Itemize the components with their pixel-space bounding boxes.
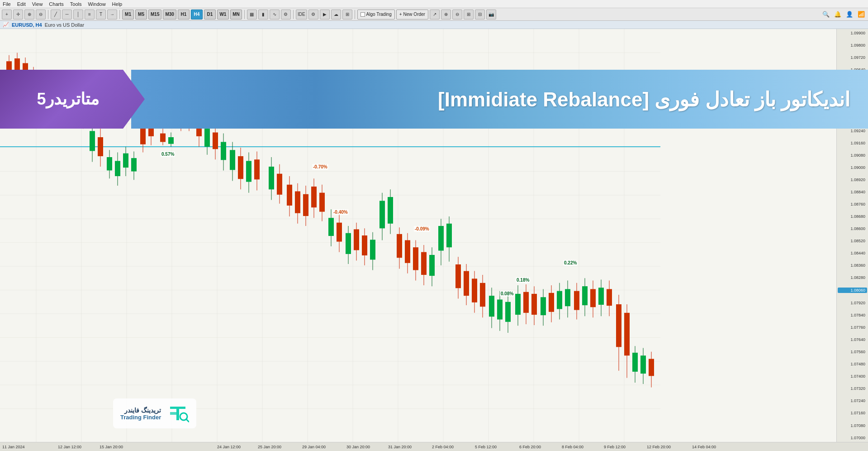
- account-icon-btn[interactable]: 👤: [844, 10, 854, 19]
- svg-rect-95: [277, 174, 282, 195]
- svg-rect-143: [480, 283, 485, 307]
- price-level-26: 1.07560: [838, 350, 867, 354]
- run-btn[interactable]: ▶: [320, 10, 330, 19]
- menu-charts[interactable]: Charts: [49, 1, 63, 7]
- tf-h4[interactable]: H4: [191, 10, 203, 19]
- price-level-28: 1.07400: [838, 374, 867, 379]
- time-label-8: 30 Jan 20:00: [346, 445, 370, 449]
- svg-rect-179: [632, 353, 638, 372]
- svg-rect-83: [221, 142, 226, 160]
- new-order-btn[interactable]: + New Order: [396, 10, 428, 19]
- svg-rect-151: [515, 294, 521, 315]
- svg-rect-125: [405, 240, 410, 263]
- chart-type-candle[interactable]: ▮: [258, 10, 268, 19]
- svg-rect-101: [303, 194, 308, 216]
- svg-rect-71: [168, 137, 174, 144]
- svg-rect-91: [254, 159, 260, 179]
- text-tool-btn[interactable]: T: [96, 10, 106, 19]
- time-label-14: 9 Feb 12:00: [604, 445, 626, 449]
- vps-btn[interactable]: ⊞: [342, 10, 352, 19]
- chart-container[interactable]: متاتریدر5 اندیکاتور باز تعادل فوری [Immi…: [0, 29, 868, 442]
- tf-m5[interactable]: M5: [135, 10, 147, 19]
- watermark: تریدینگ فایندر Trading Finder: [113, 398, 196, 428]
- svg-rect-105: [319, 193, 325, 212]
- price-level-23: 1.07840: [838, 313, 867, 317]
- zoom-out-chart-btn[interactable]: ⊖: [452, 10, 462, 19]
- search-icon-btn[interactable]: 🔍: [821, 10, 831, 19]
- price-level-19: 1.08440: [838, 251, 867, 255]
- price-level-30: 1.07240: [838, 398, 867, 403]
- svg-rect-99: [295, 192, 300, 213]
- indicators-btn[interactable]: ↗: [430, 10, 440, 19]
- time-label-2: 12 Jan 12:00: [58, 445, 81, 449]
- crosshair-btn[interactable]: ✛: [13, 10, 23, 19]
- algo-trading-label: Algo Trading: [366, 12, 392, 17]
- svg-rect-65: [140, 126, 146, 144]
- svg-rect-119: [379, 201, 385, 228]
- tf-w1[interactable]: W1: [217, 10, 229, 19]
- notification-icon-btn[interactable]: 🔔: [833, 10, 843, 19]
- algo-trading-btn[interactable]: Algo Trading: [357, 10, 395, 19]
- menu-window[interactable]: Window: [88, 1, 105, 7]
- svg-rect-63: [131, 158, 137, 171]
- svg-rect-97: [287, 185, 292, 206]
- tf-d1[interactable]: D1: [204, 10, 216, 19]
- tf-mn[interactable]: MN: [230, 10, 242, 19]
- time-label-10: 2 Feb 04:00: [432, 445, 454, 449]
- zoom-in-btn[interactable]: ⊕: [24, 10, 34, 19]
- svg-rect-121: [388, 197, 393, 224]
- zoom-out-btn[interactable]: ⊖: [36, 10, 46, 19]
- price-level-27: 1.07480: [838, 362, 867, 366]
- svg-rect-157: [541, 297, 546, 315]
- svg-rect-113: [354, 229, 359, 250]
- toolbar-sep-5: [355, 10, 355, 19]
- menu-view[interactable]: View: [32, 1, 43, 7]
- chart-type-line[interactable]: ∿: [270, 10, 280, 19]
- menu-edit[interactable]: Edit: [17, 1, 26, 7]
- price-level-current: 1.08060: [838, 288, 867, 293]
- svg-rect-161: [557, 291, 562, 309]
- banner-right: اندیکاتور باز تعادل فوری [Immidiate Reba…: [131, 70, 868, 129]
- tf-m30[interactable]: M30: [163, 10, 176, 19]
- svg-rect-139: [464, 271, 469, 296]
- vline-tool-btn[interactable]: │: [73, 10, 83, 19]
- svg-rect-85: [230, 150, 235, 170]
- menu-tools[interactable]: Tools: [70, 1, 82, 7]
- screenshot-btn[interactable]: 📷: [486, 10, 496, 19]
- tile-btn[interactable]: ⊞: [464, 10, 474, 19]
- menu-file[interactable]: File: [3, 1, 11, 7]
- toolbar-sep-3: [244, 10, 245, 19]
- tf-m1[interactable]: M1: [122, 10, 134, 19]
- svg-rect-123: [397, 234, 402, 258]
- fib-tool-btn[interactable]: ≡: [85, 10, 95, 19]
- svg-rect-169: [590, 289, 596, 307]
- signal-icon-btn[interactable]: 📶: [856, 10, 866, 19]
- zoom-in-chart-btn[interactable]: ⊕: [441, 10, 451, 19]
- chart-properties-btn[interactable]: ⚙: [281, 10, 291, 19]
- price-level-1: 1.09900: [838, 31, 867, 35]
- banner-overlay: متاتریدر5 اندیکاتور باز تعادل فوری [Immi…: [0, 70, 868, 129]
- compile-btn[interactable]: ⚙: [308, 10, 318, 19]
- tf-m15[interactable]: M15: [148, 10, 161, 19]
- menu-help[interactable]: Help: [112, 1, 123, 7]
- svg-rect-153: [523, 292, 529, 313]
- svg-rect-107: [328, 218, 334, 236]
- auto-arrange-btn[interactable]: ⊟: [475, 10, 485, 19]
- svg-rect-183: [649, 359, 654, 376]
- ide-btn[interactable]: IDE: [296, 10, 307, 19]
- right-icons: 🔍 🔔 👤 📶: [821, 10, 866, 19]
- svg-rect-57: [107, 157, 112, 170]
- new-chart-btn[interactable]: +: [2, 10, 12, 19]
- watermark-text: تریدینگ فایندر Trading Finder: [120, 407, 161, 421]
- svg-rect-135: [446, 224, 452, 247]
- chart-type-bar[interactable]: ▦: [247, 10, 257, 19]
- hline-tool-btn[interactable]: ─: [62, 10, 72, 19]
- cloud-btn[interactable]: ☁: [331, 10, 341, 19]
- svg-rect-181: [640, 355, 646, 374]
- tf-h1[interactable]: H1: [178, 10, 190, 19]
- time-label-7: 29 Jan 04:00: [302, 445, 326, 449]
- arrow-tool-btn[interactable]: →: [107, 10, 117, 19]
- svg-rect-109: [337, 223, 342, 242]
- line-tool-btn[interactable]: ╱: [51, 10, 61, 19]
- price-level-12: 1.09000: [838, 165, 867, 170]
